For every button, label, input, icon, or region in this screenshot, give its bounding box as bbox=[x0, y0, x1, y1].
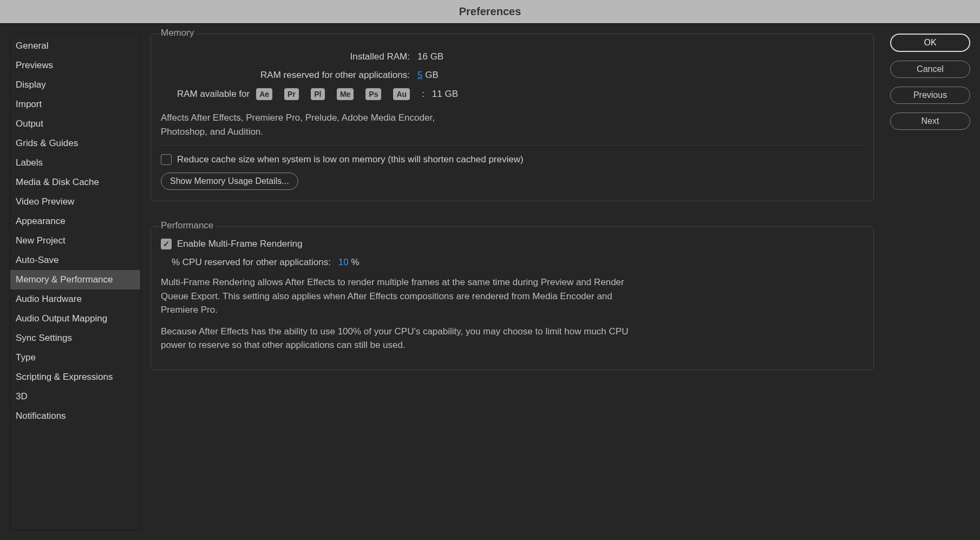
reserved-ram-row: RAM reserved for other applications: 5 G… bbox=[161, 70, 864, 81]
cpu-reserved-row: % CPU reserved for other applications: 1… bbox=[172, 257, 864, 268]
installed-ram-value: 16 GB bbox=[417, 51, 443, 62]
app-badge-pr: Pr bbox=[284, 88, 299, 100]
available-ram-row: RAM available for AePrPlMePsAu : 11 GB bbox=[177, 88, 864, 100]
app-badge-ps: Ps bbox=[365, 88, 381, 100]
sidebar-item-auto-save[interactable]: Auto-Save bbox=[10, 251, 140, 270]
mfr-desc: Multi-Frame Rendering allows After Effec… bbox=[161, 275, 637, 317]
sidebar-item-new-project[interactable]: New Project bbox=[10, 231, 140, 251]
enable-mfr-label: Enable Multi-Frame Rendering bbox=[177, 239, 303, 249]
sidebar-item-audio-hardware[interactable]: Audio Hardware bbox=[10, 289, 140, 309]
sidebar-item-grids-guides[interactable]: Grids & Guides bbox=[10, 134, 140, 153]
cpu-desc: Because After Effects has the ability to… bbox=[161, 325, 637, 352]
performance-fieldset: Performance Enable Multi-Frame Rendering… bbox=[151, 226, 874, 370]
show-memory-details-button[interactable]: Show Memory Usage Details... bbox=[161, 173, 298, 190]
installed-ram-label: Installed RAM: bbox=[161, 51, 410, 62]
reserved-ram-unit: GB bbox=[422, 70, 438, 80]
sidebar-item-audio-output-mapping[interactable]: Audio Output Mapping bbox=[10, 309, 140, 328]
sidebar-item-3d[interactable]: 3D bbox=[10, 387, 140, 406]
sidebar-item-video-preview[interactable]: Video Preview bbox=[10, 192, 140, 212]
installed-ram-row: Installed RAM: 16 GB bbox=[161, 51, 864, 62]
sidebar-item-appearance[interactable]: Appearance bbox=[10, 212, 140, 231]
performance-legend: Performance bbox=[159, 220, 215, 231]
cpu-reserved-input[interactable]: 10 bbox=[338, 257, 349, 267]
app-badges: AePrPlMePsAu bbox=[256, 88, 422, 100]
enable-mfr-row: Enable Multi-Frame Rendering bbox=[161, 239, 864, 249]
enable-mfr-checkbox[interactable] bbox=[161, 239, 172, 249]
sidebar-item-media-disk-cache[interactable]: Media & Disk Cache bbox=[10, 173, 140, 192]
sidebar-item-import[interactable]: Import bbox=[10, 95, 140, 114]
available-colon: : bbox=[422, 89, 424, 100]
reduce-cache-checkbox[interactable] bbox=[161, 154, 172, 165]
app-badge-me: Me bbox=[337, 88, 354, 100]
sidebar-item-labels[interactable]: Labels bbox=[10, 153, 140, 173]
preferences-sidebar: GeneralPreviewsDisplayImportOutputGrids … bbox=[10, 34, 141, 530]
memory-fieldset: Memory Installed RAM: 16 GB RAM reserved… bbox=[151, 34, 874, 201]
app-badge-ae: Ae bbox=[256, 88, 272, 100]
reduce-cache-row: Reduce cache size when system is low on … bbox=[161, 154, 864, 165]
cancel-button[interactable]: Cancel bbox=[890, 61, 970, 78]
dialog-buttons: OK Cancel Previous Next bbox=[890, 34, 970, 530]
sidebar-item-type[interactable]: Type bbox=[10, 348, 140, 367]
previous-button[interactable]: Previous bbox=[890, 87, 970, 104]
sidebar-item-scripting-expressions[interactable]: Scripting & Expressions bbox=[10, 367, 140, 387]
ok-button[interactable]: OK bbox=[890, 34, 970, 52]
window-title: Preferences bbox=[459, 5, 521, 18]
reserved-ram-label: RAM reserved for other applications: bbox=[161, 70, 410, 81]
cpu-reserved-unit: % bbox=[349, 257, 360, 267]
sidebar-item-memory-performance[interactable]: Memory & Performance bbox=[10, 270, 140, 289]
panels: Memory Installed RAM: 16 GB RAM reserved… bbox=[151, 34, 874, 530]
app-badge-au: Au bbox=[393, 88, 410, 100]
affects-text: Affects After Effects, Premiere Pro, Pre… bbox=[161, 111, 464, 139]
main-area: Memory Installed RAM: 16 GB RAM reserved… bbox=[151, 34, 970, 530]
reserved-ram-value-wrap: 5 GB bbox=[417, 70, 439, 81]
sidebar-item-output[interactable]: Output bbox=[10, 114, 140, 134]
titlebar: Preferences bbox=[0, 0, 980, 24]
sidebar-item-display[interactable]: Display bbox=[10, 75, 140, 95]
available-ram-label: RAM available for bbox=[177, 89, 250, 100]
memory-legend: Memory bbox=[159, 28, 196, 38]
next-button[interactable]: Next bbox=[890, 113, 970, 130]
cpu-reserved-label: % CPU reserved for other applications: bbox=[172, 257, 331, 268]
app-badge-pl: Pl bbox=[311, 88, 325, 100]
sidebar-item-general[interactable]: General bbox=[10, 36, 140, 56]
sidebar-item-notifications[interactable]: Notifications bbox=[10, 406, 140, 426]
cpu-reserved-value-wrap: 10 % bbox=[338, 257, 360, 268]
sidebar-item-previews[interactable]: Previews bbox=[10, 56, 140, 75]
content-area: GeneralPreviewsDisplayImportOutputGrids … bbox=[0, 24, 980, 540]
available-ram-value: 11 GB bbox=[432, 89, 458, 100]
memory-divider bbox=[161, 145, 864, 146]
sidebar-item-sync-settings[interactable]: Sync Settings bbox=[10, 328, 140, 348]
reduce-cache-label: Reduce cache size when system is low on … bbox=[177, 154, 524, 165]
